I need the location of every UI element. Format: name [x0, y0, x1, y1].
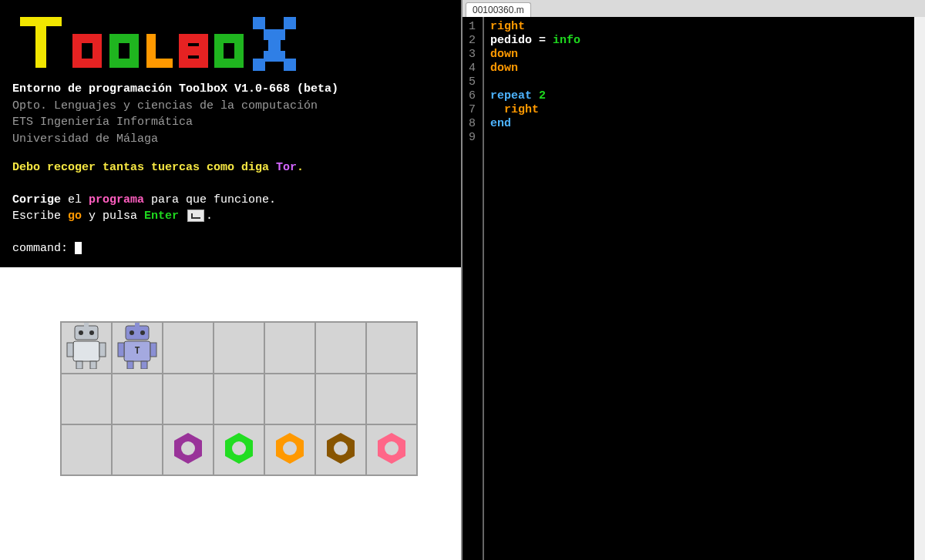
- svg-point-32: [89, 330, 94, 335]
- grid-cell: [61, 374, 112, 424]
- svg-rect-48: [141, 361, 147, 369]
- code-line[interactable]: pedido = info: [490, 34, 580, 48]
- svg-rect-16: [199, 34, 208, 68]
- svg-rect-8: [109, 34, 139, 43]
- nut-icon: [322, 430, 359, 467]
- svg-rect-20: [214, 59, 244, 68]
- cursor-icon: [75, 242, 82, 254]
- grid-cell: [163, 424, 214, 475]
- enter-key-icon: [187, 210, 204, 222]
- instruction-2: Escribe go y pulsa Enter .: [12, 209, 449, 224]
- version-line: Entorno de programación ToolboX V1.0-668…: [12, 82, 449, 97]
- svg-rect-28: [253, 59, 265, 71]
- svg-rect-23: [264, 29, 274, 40]
- svg-point-52: [232, 441, 246, 455]
- code-line[interactable]: repeat 2: [490, 89, 580, 103]
- code-content[interactable]: rightpedido = infodowndown repeat 2 righ…: [484, 17, 580, 560]
- svg-rect-46: [150, 343, 156, 357]
- svg-rect-5: [72, 59, 102, 68]
- svg-text:T: T: [134, 345, 140, 356]
- nut-icon: [271, 430, 308, 467]
- svg-rect-30: [75, 326, 98, 340]
- code-line[interactable]: down: [490, 48, 580, 62]
- instruction-1: Corrige el programa para que funcione.: [12, 193, 449, 208]
- dept-line: Opto. Lenguajes y ciencias de la computa…: [12, 99, 449, 114]
- svg-rect-1: [35, 17, 46, 68]
- scrollbar-vertical[interactable]: [914, 17, 925, 560]
- grid-cell: [366, 424, 417, 475]
- svg-point-40: [130, 330, 134, 335]
- grid-cell: [264, 322, 315, 374]
- task-text: Debo recoger tantas tuercas como diga To…: [12, 160, 449, 176]
- grid-cell: [163, 374, 214, 424]
- line-number: 4: [469, 62, 478, 75]
- line-number: 8: [469, 117, 478, 131]
- grid-cell: [163, 322, 214, 374]
- toolbox-logo: [12, 12, 449, 72]
- line-number: 7: [469, 103, 478, 117]
- nut-icon: [170, 430, 207, 467]
- grid-cell: [366, 322, 417, 374]
- grid-cell: [214, 374, 264, 424]
- code-line[interactable]: right: [490, 103, 580, 117]
- svg-point-56: [334, 441, 348, 455]
- robot-blue-icon: T: [115, 323, 160, 369]
- svg-rect-27: [274, 51, 285, 62]
- editor-tab-bar: 00100360.m: [462, 0, 925, 17]
- grid-row: [61, 424, 417, 475]
- grid-cell: [264, 374, 315, 424]
- grid-cell: [61, 424, 112, 475]
- code-line[interactable]: [490, 75, 580, 89]
- svg-point-50: [181, 441, 195, 455]
- line-number: 5: [469, 75, 478, 89]
- svg-rect-38: [90, 361, 96, 369]
- command-prompt[interactable]: command:: [12, 241, 449, 257]
- svg-rect-37: [76, 361, 82, 369]
- svg-point-41: [140, 330, 145, 335]
- code-line[interactable]: down: [490, 62, 580, 75]
- svg-rect-22: [284, 17, 296, 29]
- line-number: 3: [469, 48, 478, 62]
- line-numbers: 123456789: [462, 17, 484, 560]
- svg-rect-36: [99, 343, 106, 357]
- svg-rect-11: [146, 59, 173, 68]
- grid-row: [61, 374, 417, 424]
- grid-cell: [214, 424, 264, 475]
- code-editor[interactable]: 123456789 rightpedido = infodowndown rep…: [462, 17, 925, 560]
- svg-rect-39: [126, 326, 149, 340]
- grid-cell: [315, 424, 366, 475]
- svg-rect-26: [264, 51, 274, 62]
- grid-cell: [315, 374, 366, 424]
- line-number: 1: [469, 20, 478, 34]
- svg-rect-24: [274, 29, 285, 40]
- svg-rect-9: [109, 59, 139, 68]
- svg-rect-29: [284, 59, 296, 71]
- editor-tab[interactable]: 00100360.m: [466, 2, 531, 17]
- code-line[interactable]: end: [490, 117, 580, 131]
- line-number: 2: [469, 34, 478, 48]
- svg-point-58: [385, 441, 399, 455]
- code-line[interactable]: [490, 131, 580, 145]
- svg-point-31: [79, 330, 83, 335]
- svg-rect-34: [73, 341, 99, 361]
- school-line: ETS Ingeniería Informática: [12, 115, 449, 130]
- svg-rect-42: [135, 323, 140, 327]
- robot-gray-icon: [64, 323, 109, 369]
- game-area: T: [0, 267, 461, 560]
- grid-cell: [61, 322, 112, 374]
- line-number: 6: [469, 89, 478, 103]
- svg-rect-21: [253, 17, 265, 29]
- svg-rect-47: [127, 361, 133, 369]
- grid-cell: T: [112, 322, 163, 374]
- grid-cell: [214, 322, 264, 374]
- svg-rect-33: [84, 323, 89, 327]
- grid-cell: [112, 424, 163, 475]
- right-pane: 00100360.m 123456789 rightpedido = infod…: [461, 0, 925, 560]
- game-grid: T: [60, 321, 418, 476]
- svg-rect-19: [214, 34, 244, 43]
- grid-cell: [315, 322, 366, 374]
- svg-rect-35: [67, 343, 73, 357]
- svg-point-54: [283, 441, 297, 455]
- code-line[interactable]: right: [490, 20, 580, 34]
- grid-cell: [112, 374, 163, 424]
